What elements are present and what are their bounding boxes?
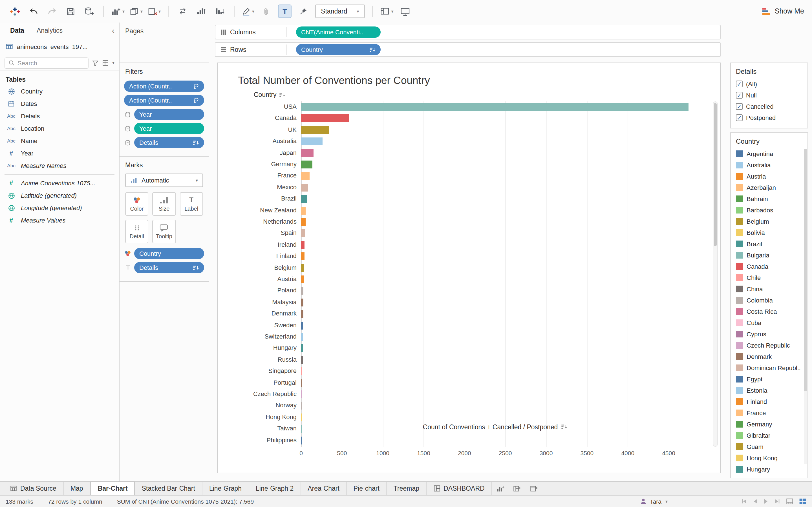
user-menu[interactable]: Tara ▾ xyxy=(640,498,668,505)
bar-austria[interactable] xyxy=(301,276,304,283)
bar-uk[interactable] xyxy=(301,126,329,134)
collapse-pane-button[interactable]: ‹ xyxy=(112,26,114,34)
legend-item-hungary[interactable]: Hungary xyxy=(731,464,808,475)
cnt-anime-conventi-pill[interactable]: CNT(Anime Conventi.. xyxy=(296,26,380,38)
legend-item-estonia[interactable]: Estonia xyxy=(731,385,808,396)
sheet-tab-stacked-bar-chart[interactable]: Stacked Bar-Chart xyxy=(135,482,202,495)
legend-item-costa-rica[interactable]: Costa Rica xyxy=(731,306,808,317)
label-button[interactable]: T Label xyxy=(180,192,203,216)
checkbox[interactable]: ✓ xyxy=(736,103,743,110)
view-data-grid-icon[interactable] xyxy=(102,59,109,66)
tooltip-button[interactable]: Tooltip xyxy=(153,220,176,243)
bar-japan[interactable] xyxy=(301,149,314,157)
details-pill[interactable]: Details xyxy=(134,262,204,273)
mark-type-dropdown[interactable]: Automatic ▾ xyxy=(125,173,203,187)
legend-item-belgium[interactable]: Belgium xyxy=(731,216,808,227)
filter-fields-icon[interactable] xyxy=(92,59,99,66)
details-option-cancelled[interactable]: ✓Cancelled xyxy=(731,101,808,112)
undo-button[interactable] xyxy=(27,4,40,18)
sheet-tab-treemap[interactable]: Treemap xyxy=(387,482,426,495)
show-me-button[interactable]: Show Me xyxy=(762,7,804,15)
legend-item-cyprus[interactable]: Cyprus xyxy=(731,328,808,340)
sheet-tab-line-graph[interactable]: Line-Graph xyxy=(202,482,249,495)
clear-sheet-button[interactable]: ▾ xyxy=(148,7,161,15)
country-pill[interactable]: Country xyxy=(134,248,204,259)
sheet-tab-area-chart[interactable]: Area-Chart xyxy=(301,482,347,495)
sheet-tab-dashboard[interactable]: DASHBOARD xyxy=(426,482,492,495)
bar-hungary[interactable] xyxy=(301,344,303,352)
field-measure-names[interactable]: AbcMeasure Names xyxy=(0,159,119,172)
field-year[interactable]: #Year xyxy=(0,147,119,159)
bar-malaysia[interactable] xyxy=(301,298,303,306)
next-sheet-button[interactable] xyxy=(763,499,769,504)
legend-item-hong-kong[interactable]: Hong Kong xyxy=(731,452,808,464)
legend-item-bahrain[interactable]: Bahrain xyxy=(731,193,808,205)
tab-analytics[interactable]: Analytics xyxy=(31,24,68,36)
row-field-header[interactable]: Country xyxy=(254,91,286,98)
checkbox[interactable]: ✓ xyxy=(736,92,743,99)
legend-item-colombia[interactable]: Colombia xyxy=(731,295,808,306)
size-button[interactable]: Size xyxy=(153,192,176,216)
bar-poland[interactable] xyxy=(301,287,304,295)
bar-ireland[interactable] xyxy=(301,241,305,249)
checkbox[interactable]: ✓ xyxy=(736,114,743,121)
color-button[interactable]: Color xyxy=(125,192,149,216)
legend-item-chile[interactable]: Chile xyxy=(731,272,808,283)
legend-item-czech-republic[interactable]: Czech Republic xyxy=(731,340,808,351)
show-mark-labels-button[interactable]: T xyxy=(278,4,292,18)
bar-canada[interactable] xyxy=(301,115,349,122)
datasource-item[interactable]: animecons_events_197... xyxy=(0,38,119,55)
bar-usa[interactable] xyxy=(301,103,688,111)
legend-item-bulgaria[interactable]: Bulgaria xyxy=(731,249,808,261)
bar-hong-kong[interactable] xyxy=(301,413,302,421)
bar-denmark[interactable] xyxy=(301,310,303,318)
fix-axes-pin-button[interactable] xyxy=(297,4,310,18)
legend-item-china[interactable]: China xyxy=(731,283,808,295)
sort-icon[interactable] xyxy=(561,424,567,430)
field-country[interactable]: Country xyxy=(0,85,119,98)
field-anime-conventions-1075[interactable]: #Anime Conventions 1075... xyxy=(0,177,119,189)
legend-item-gibraltar[interactable]: Gibraltar xyxy=(731,430,808,441)
first-sheet-button[interactable] xyxy=(741,499,747,504)
bar-germany[interactable] xyxy=(301,161,312,168)
legend-item-australia[interactable]: Australia xyxy=(731,159,808,171)
filters-shelf[interactable]: Filters Action (Countr..Action (Countr..… xyxy=(119,63,209,157)
tableau-logo-icon[interactable] xyxy=(8,4,21,18)
redo-button[interactable] xyxy=(45,4,59,18)
action-countr-pill[interactable]: Action (Countr.. xyxy=(124,95,204,106)
previous-sheet-button[interactable] xyxy=(753,499,758,504)
pages-shelf[interactable]: Pages xyxy=(119,22,209,63)
legend-item-austria[interactable]: Austria xyxy=(731,171,808,182)
legend-item-bolivia[interactable]: Bolivia xyxy=(731,227,808,238)
caret-down-icon[interactable]: ▾ xyxy=(112,60,114,65)
bar-sweden[interactable] xyxy=(301,321,303,329)
sheet-tab-map[interactable]: Map xyxy=(64,482,91,495)
year-pill[interactable]: Year xyxy=(134,123,204,134)
field-location[interactable]: AbcLocation xyxy=(0,122,119,135)
rows-shelf[interactable]: Rows Country xyxy=(215,42,721,57)
swap-rows-columns-button[interactable] xyxy=(176,4,190,18)
add-data-button[interactable] xyxy=(82,4,96,18)
sort-icon[interactable] xyxy=(280,92,286,98)
show-hide-cards-button[interactable]: ▾ xyxy=(380,7,394,15)
bar-russia[interactable] xyxy=(301,356,303,364)
legend-item-brazil[interactable]: Brazil xyxy=(731,238,808,249)
bar-czech-republic[interactable] xyxy=(301,390,302,398)
bar-mexico[interactable] xyxy=(301,184,308,191)
sort-ascending-button[interactable] xyxy=(195,4,208,18)
bar-belgium[interactable] xyxy=(301,264,304,272)
bar-norway[interactable] xyxy=(301,402,302,410)
details-option-postponed[interactable]: ✓Postponed xyxy=(731,112,808,123)
bar-new-zealand[interactable] xyxy=(301,207,306,214)
sheet-tab-bar-chart[interactable]: Bar-Chart xyxy=(91,481,135,495)
legend-item-dominican-republ[interactable]: Dominican Republ.. xyxy=(731,362,808,374)
bar-spain[interactable] xyxy=(301,230,305,237)
details-option-null[interactable]: ✓Null xyxy=(731,90,808,101)
sort-descending-button[interactable] xyxy=(213,4,227,18)
legend-item-canada[interactable]: Canada xyxy=(731,261,808,272)
legend-scrollbar-thumb[interactable] xyxy=(804,149,807,391)
bar-portugal[interactable] xyxy=(301,379,303,387)
details-pill[interactable]: Details xyxy=(134,137,204,148)
legend-item-cuba[interactable]: Cuba xyxy=(731,317,808,328)
columns-shelf[interactable]: Columns CNT(Anime Conventi.. xyxy=(215,25,721,40)
